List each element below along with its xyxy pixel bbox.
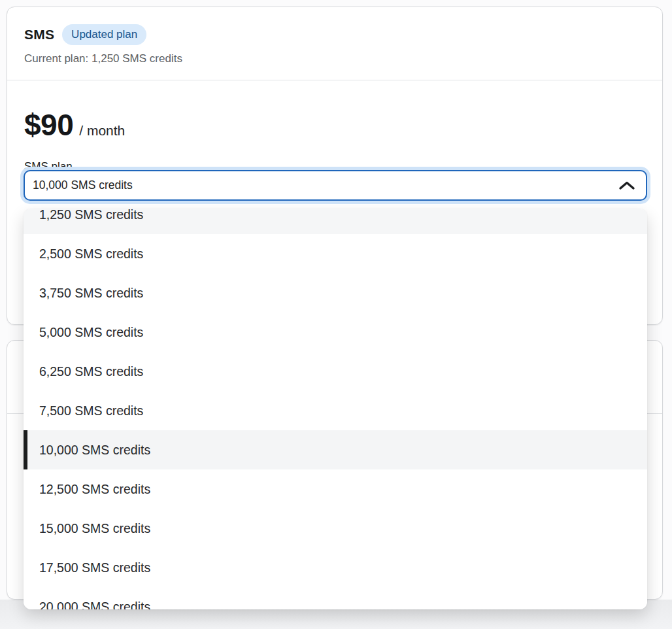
- sms-plan-option[interactable]: 15,000 SMS credits: [24, 509, 647, 548]
- updated-plan-badge: Updated plan: [62, 24, 146, 45]
- sms-plan-option[interactable]: 6,250 SMS credits: [24, 352, 647, 391]
- sms-card-body: $90 / month SMS plan: [7, 107, 662, 173]
- price-period: / month: [79, 123, 125, 139]
- sms-plan-select[interactable]: 10,000 SMS credits: [24, 170, 647, 201]
- price-amount: $90: [24, 107, 73, 143]
- sms-plan-option[interactable]: 3,750 SMS credits: [24, 273, 647, 313]
- sms-plan-option[interactable]: 2,500 SMS credits: [24, 234, 647, 273]
- chevron-up-icon: [618, 180, 635, 191]
- selected-indicator-bar: [24, 430, 27, 469]
- sms-plan-option[interactable]: 20,000 SMS credits: [24, 587, 647, 609]
- sms-plan-option[interactable]: 5,000 SMS credits: [24, 313, 647, 352]
- sms-plan-option[interactable]: 1,250 SMS credits: [24, 209, 647, 234]
- sms-plan-option[interactable]: 12,500 SMS credits: [24, 469, 647, 509]
- sms-title: SMS: [24, 27, 54, 42]
- price-row: $90 / month: [24, 107, 645, 143]
- current-plan-text: Current plan: 1,250 SMS credits: [24, 52, 645, 65]
- sms-plan-options-list: 1,250 SMS credits 2,500 SMS credits 3,75…: [24, 209, 647, 609]
- sms-plan-option[interactable]: 17,500 SMS credits: [24, 548, 647, 587]
- sms-plan-option[interactable]: 10,000 SMS credits: [24, 430, 647, 469]
- billing-page: SMS Updated plan Current plan: 1,250 SMS…: [0, 0, 672, 629]
- sms-plan-select-value: 10,000 SMS credits: [33, 178, 133, 192]
- sms-card-header: SMS Updated plan Current plan: 1,250 SMS…: [7, 7, 662, 80]
- sms-plan-dropdown: 1,250 SMS credits 2,500 SMS credits 3,75…: [24, 209, 647, 609]
- sms-title-row: SMS Updated plan: [24, 24, 645, 45]
- sms-plan-option[interactable]: 7,500 SMS credits: [24, 391, 647, 430]
